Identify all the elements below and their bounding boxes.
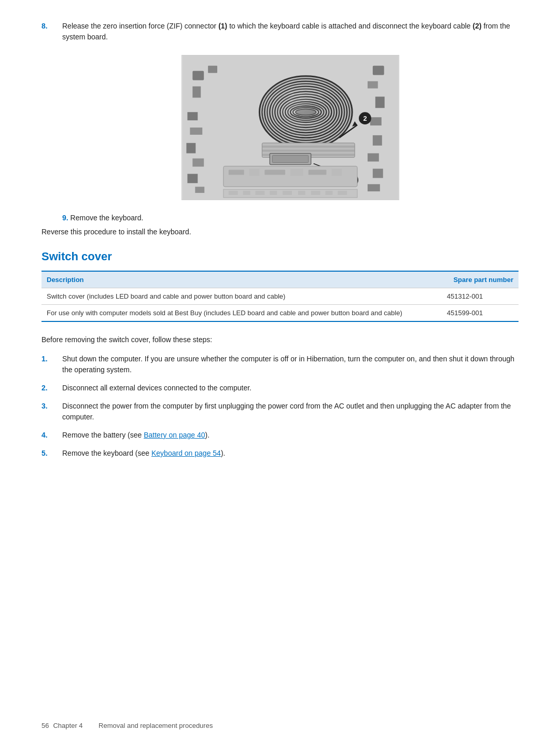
section-heading-switch-cover: Switch cover — [41, 250, 519, 263]
svg-text:2: 2 — [363, 115, 367, 122]
footer-spacing — [87, 722, 94, 729]
step-8-number: 8. — [41, 21, 62, 43]
svg-rect-16 — [373, 168, 383, 178]
reverse-procedure-text: Reverse this procedure to install the ke… — [41, 227, 519, 237]
step-3-number: 3. — [41, 401, 62, 423]
page-footer: 56 Chapter 4 Removal and replacement pro… — [41, 722, 519, 729]
keyboard-diagram: 2 1 — [181, 55, 399, 200]
footer-page-number: 56 — [41, 722, 49, 729]
svg-rect-36 — [262, 150, 355, 152]
svg-rect-13 — [370, 117, 382, 125]
table-row: For use only with computer models sold a… — [41, 305, 519, 322]
step-1-number: 1. — [41, 354, 62, 375]
step-1-item: 1. Shut down the computer. If you are un… — [41, 354, 519, 375]
footer-chapter-title: Removal and replacement procedures — [99, 722, 213, 729]
svg-rect-61 — [311, 191, 320, 195]
table-row2-description: For use only with computer models sold a… — [41, 305, 442, 322]
step-9-item: 9. Remove the keyboard. — [62, 213, 519, 223]
step-2-number: 2. — [41, 383, 62, 393]
svg-rect-12 — [375, 96, 385, 108]
table-row: Switch cover (includes LED board and cab… — [41, 288, 519, 305]
svg-rect-62 — [326, 191, 333, 195]
step-1-text: Shut down the computer. If you are unsur… — [62, 354, 519, 375]
before-removing-text: Before removing the switch cover, follow… — [41, 334, 519, 345]
svg-rect-50 — [264, 170, 285, 175]
svg-point-33 — [259, 76, 352, 148]
svg-rect-6 — [186, 143, 195, 153]
svg-rect-56 — [243, 191, 250, 195]
svg-rect-48 — [229, 170, 244, 175]
svg-rect-15 — [368, 153, 379, 162]
step-9-number: 9. — [62, 214, 68, 222]
step-4-text: Remove the battery (see Battery on page … — [62, 430, 519, 441]
svg-rect-8 — [187, 174, 198, 183]
step-4-text-after: ). — [205, 431, 210, 439]
step-3-text: Disconnect the power from the computer b… — [62, 401, 519, 423]
svg-rect-10 — [373, 66, 384, 75]
footer-chapter: Chapter 4 — [53, 722, 82, 729]
step-8-text-part2: to which the keyboard cable is attached … — [227, 22, 472, 30]
svg-rect-53 — [331, 168, 342, 176]
keyboard-diagram-svg: 2 1 — [182, 55, 399, 200]
svg-rect-7 — [192, 159, 204, 167]
table-row1-description: Switch cover (includes LED board and cab… — [41, 288, 442, 305]
svg-rect-5 — [190, 128, 202, 135]
svg-rect-49 — [249, 168, 260, 176]
svg-rect-2 — [208, 66, 217, 73]
step-5-text: Remove the keyboard (see Keyboard on pag… — [62, 448, 519, 459]
svg-rect-17 — [368, 184, 380, 191]
step-8-bold1: (1) — [218, 22, 227, 30]
step-5-number: 5. — [41, 448, 62, 459]
step-9-text: Remove the keyboard. — [71, 214, 144, 222]
table-row1-part-number: 451312-001 — [442, 288, 519, 305]
svg-rect-1 — [192, 71, 204, 80]
step-8-bold2: (2) — [472, 22, 481, 30]
table-header-row: Description Spare part number — [41, 271, 519, 288]
svg-rect-51 — [290, 168, 303, 176]
table-col1-header: Description — [41, 271, 442, 288]
step-8-text-part1: Release the zero insertion force (ZIF) c… — [62, 22, 218, 30]
step-4-number: 4. — [41, 430, 62, 441]
step-5-text-before: Remove the keyboard (see — [62, 449, 151, 457]
svg-rect-35 — [262, 146, 355, 148]
step-2-text: Disconnect all external devices connecte… — [62, 383, 519, 393]
step-2-item: 2. Disconnect all external devices conne… — [41, 383, 519, 393]
step-5-text-after: ). — [221, 449, 226, 457]
keyboard-link[interactable]: Keyboard on page 54 — [151, 449, 221, 457]
svg-rect-59 — [283, 191, 292, 195]
svg-rect-4 — [187, 112, 198, 120]
step-3-item: 3. Disconnect the power from the compute… — [41, 401, 519, 423]
keyboard-diagram-container: 2 1 — [62, 55, 519, 200]
step-5-item: 5. Remove the keyboard (see Keyboard on … — [41, 448, 519, 459]
svg-rect-14 — [373, 135, 382, 146]
step-8-item: 8. Release the zero insertion force (ZIF… — [41, 21, 519, 43]
svg-rect-3 — [192, 87, 201, 98]
svg-rect-57 — [255, 191, 264, 195]
parts-table: Description Spare part number Switch cov… — [41, 271, 519, 322]
svg-rect-52 — [309, 170, 327, 175]
svg-rect-55 — [229, 191, 238, 195]
svg-rect-9 — [195, 187, 204, 193]
table-row2-part-number: 451599-001 — [442, 305, 519, 322]
svg-rect-58 — [270, 191, 277, 195]
svg-rect-63 — [338, 191, 347, 195]
svg-rect-60 — [298, 191, 305, 195]
footer-content: 56 Chapter 4 Removal and replacement pro… — [41, 722, 519, 729]
step-8-text: Release the zero insertion force (ZIF) c… — [62, 21, 519, 43]
step-4-text-before: Remove the battery (see — [62, 431, 144, 439]
svg-rect-39 — [272, 156, 309, 163]
svg-rect-11 — [368, 81, 378, 89]
table-col2-header: Spare part number — [442, 271, 519, 288]
battery-link[interactable]: Battery on page 40 — [144, 431, 205, 439]
step-4-item: 4. Remove the battery (see Battery on pa… — [41, 430, 519, 441]
